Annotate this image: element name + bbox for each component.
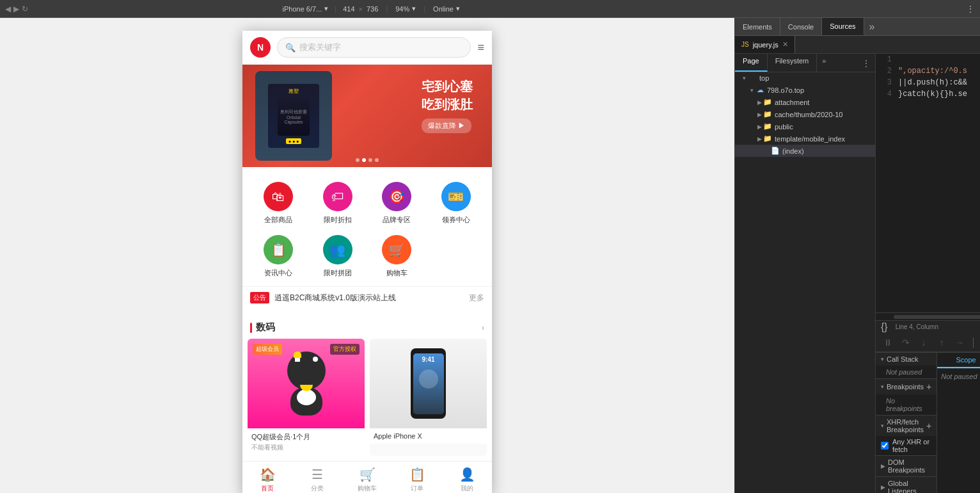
add-breakpoint-icon[interactable]: + [926, 382, 931, 392]
breakpoints-header[interactable]: ▾ Breakpoints + [876, 379, 937, 394]
open-file-tab[interactable]: JS jquery.js ✕ [735, 36, 795, 53]
call-stack-arrow: ▾ [881, 356, 884, 362]
more-tabs-icon[interactable]: » [864, 21, 880, 33]
device-network: Online [433, 5, 454, 13]
tab-console[interactable]: Console [780, 18, 822, 35]
file-tree-actions: ⋮ [857, 54, 875, 72]
file-tree-more[interactable]: » [817, 54, 831, 72]
bottom-panel: ▾ Call Stack Not paused [876, 352, 980, 493]
open-file-name: jquery.js [753, 41, 778, 49]
category-cart[interactable]: 🛒 购物车 [367, 230, 427, 283]
file-tree-menu-icon[interactable]: ⋮ [862, 59, 870, 68]
step-out-btn[interactable]: ↑ [935, 335, 949, 350]
category-grid: 🛍 全部商品 🏷 限时折扣 🎯 品牌专区 🎫 领券中心 📋 资讯中 [242, 167, 492, 286]
category-news[interactable]: 📋 资讯中心 [249, 230, 308, 283]
format-icon[interactable]: {} [881, 321, 888, 333]
any-xhr-checkbox[interactable] [881, 442, 889, 449]
category-brand[interactable]: 🎯 品牌专区 [367, 177, 427, 230]
banner-dot-1 [356, 158, 360, 162]
file-tree-tabs: Page Filesystem » ⋮ [735, 54, 875, 72]
tree-public[interactable]: ▶ 📁 public [735, 120, 875, 133]
dots-icon[interactable]: ⋮ [966, 4, 975, 14]
tab-scope[interactable]: Scope [937, 353, 980, 368]
banner-dot-2 [362, 158, 366, 162]
forward-icon[interactable]: ▶ [13, 4, 19, 13]
banner-headline: 宅到心塞吃到涨肚 [422, 77, 473, 113]
call-stack-header[interactable]: ▾ Call Stack [876, 353, 937, 366]
tree-attachment[interactable]: ▶ 📁 attachment [735, 96, 875, 108]
device-name: iPhone 6/7... [283, 5, 322, 13]
nav-cart[interactable]: 🛒 购物车 [342, 467, 392, 493]
tab-filesystem[interactable]: Filesystem [768, 54, 818, 72]
global-listeners-header[interactable]: ▶ Global Listeners [876, 477, 937, 493]
network-dropdown-icon: ▾ [456, 4, 460, 13]
qq-head [287, 352, 326, 390]
tree-domain[interactable]: ▾ ☁ 798.o7o.top [735, 84, 875, 96]
product-box: 奥利司他胶囊Orlistat Capsules [278, 97, 310, 136]
dom-breakpoints-header[interactable]: ▶ DOM Breakpoints [876, 456, 937, 476]
iphone-product-image: 9:41 [370, 339, 487, 428]
product-brand: 雅塑 [288, 88, 299, 95]
phone-header: N 🔍 搜索关键字 ≡ [242, 31, 492, 65]
profile-icon: 👤 [459, 467, 475, 482]
product-qq-vip[interactable]: 超级会员 官方授权 [248, 339, 365, 456]
back-icon[interactable]: ◀ [5, 4, 11, 13]
global-listeners-section: ▶ Global Listeners [876, 477, 937, 493]
device-toolbar: ◀ ▶ ↻ iPhone 6/7... ▾ | 414 × 736 | 94% … [0, 0, 980, 18]
tree-cache[interactable]: ▶ 📁 cache/thumb/2020-10 [735, 108, 875, 120]
dom-breakpoints-section: ▶ DOM Breakpoints [876, 456, 937, 477]
category-discount[interactable]: 🏷 限时折扣 [308, 177, 368, 230]
add-xhr-breakpoint-icon[interactable]: + [926, 421, 931, 431]
banner-cta[interactable]: 爆款直降 ▶ [422, 118, 471, 133]
code-editor[interactable]: 1 2 ",opacity:/^0.s 3 ||d.push(h):c&& [876, 54, 980, 312]
device-width: 414 [343, 5, 354, 13]
iphone-time: 9:41 [422, 356, 434, 363]
tab-elements[interactable]: Elements [735, 18, 780, 35]
ann-more[interactable]: 更多 [469, 293, 484, 303]
line-num-1: 1 [876, 54, 898, 65]
iphone-product-name: Apple iPhone X [374, 432, 483, 440]
close-file-tab[interactable]: ✕ [782, 40, 788, 49]
home-label: 首页 [261, 484, 274, 493]
step-into-btn[interactable]: ↓ [917, 335, 931, 350]
tree-template[interactable]: ▶ 📁 template/mobile_index [735, 133, 875, 145]
qq-product-name: QQ超级会员·1个月 [251, 432, 361, 442]
group-buy-label: 限时拼团 [324, 268, 352, 278]
status-bar: {} Line 4, Column [876, 320, 980, 333]
qq-eye-right [313, 357, 318, 362]
step-over-btn[interactable]: ↷ [899, 335, 913, 350]
nav-profile[interactable]: 👤 我的 [442, 467, 492, 493]
hero-banner: 雅塑 奥利司他胶囊Orlistat Capsules ● ● ● 宅到心塞吃到涨… [242, 65, 492, 167]
tab-sources-label: Sources [830, 22, 855, 30]
nav-home[interactable]: 🏠 首页 [242, 467, 292, 493]
sources-tabs: JS jquery.js ✕ [735, 36, 980, 54]
sources-layout: JS jquery.js ✕ Page [735, 36, 980, 493]
section-more[interactable]: › [482, 323, 484, 332]
qq-crown [294, 352, 301, 358]
tab-page[interactable]: Page [735, 54, 768, 72]
category-group-buy[interactable]: 👥 限时拼团 [308, 230, 368, 283]
line-num-2: 2 [876, 65, 898, 77]
pause-btn[interactable]: ⏸ [881, 335, 895, 350]
refresh-icon[interactable]: ↻ [22, 4, 28, 13]
coupon-icon: 🎫 [441, 182, 471, 211]
nav-orders[interactable]: 📋 订单 [392, 467, 442, 493]
tab-sources[interactable]: Sources [822, 18, 864, 35]
step-btn[interactable]: → [952, 335, 967, 350]
product-iphone[interactable]: 9:41 Apple iPhone X [370, 339, 487, 456]
tree-index-file[interactable]: 📄 (index) [735, 145, 875, 157]
code-content-3: ||d.push(h):c&& [898, 77, 980, 88]
search-icon: 🔍 [285, 43, 296, 53]
menu-icon[interactable]: ≡ [477, 41, 484, 54]
announcement-bar: 公告 逍遥B2C商城系统v1.0版演示站上线 更多 [242, 286, 492, 309]
coupon-label: 领券中心 [442, 215, 470, 225]
scale-dropdown-icon: ▾ [412, 4, 416, 13]
category-coupon[interactable]: 🎫 领券中心 [427, 177, 486, 230]
search-bar[interactable]: 🔍 搜索关键字 [277, 37, 471, 58]
device-selector[interactable]: iPhone 6/7... ▾ | 414 × 736 | 94% ▾ | On… [283, 4, 460, 13]
horizontal-scrollbar[interactable] [894, 315, 980, 319]
nav-categories[interactable]: ☰ 分类 [292, 467, 342, 493]
tree-top[interactable]: ▾ top [735, 72, 875, 84]
category-all-products[interactable]: 🛍 全部商品 [249, 177, 308, 230]
xhr-breakpoints-header[interactable]: ▾ XHR/fetch Breakpoints + [876, 416, 937, 436]
